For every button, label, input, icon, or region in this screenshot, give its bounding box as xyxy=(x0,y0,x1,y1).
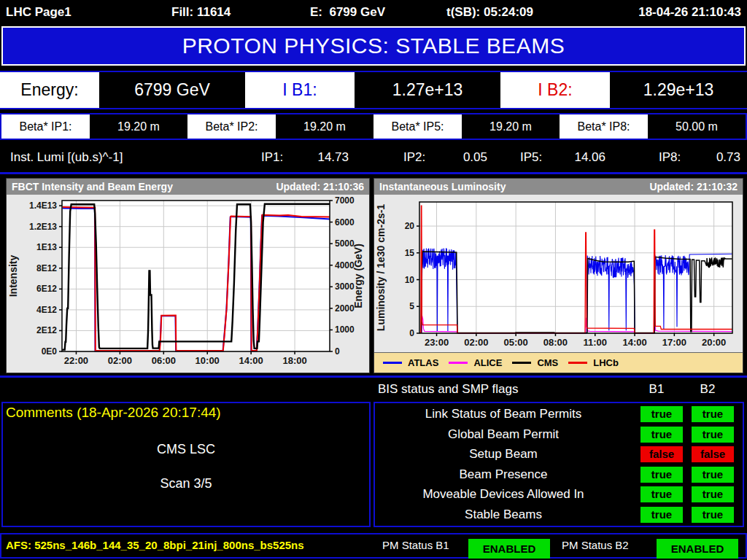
intensity-b1-value: 1.27e+13 xyxy=(355,72,500,108)
lumi-chart-header: Instantaneous Luminosity Updated: 21:10:… xyxy=(374,179,743,195)
energy-intensity-row: Energy: 6799 GeV I B1: 1.27e+13 I B2: 1.… xyxy=(0,71,747,109)
svg-text:2000: 2000 xyxy=(335,303,355,314)
fbct-chart-plot: 22:0002:0006:0010:0014:0018:000E02E124E1… xyxy=(7,195,369,371)
instantaneous-luminosity-chart: 23:0002:0005:0008:0011:0014:0017:0020:00… xyxy=(374,195,741,351)
legend-cms: CMS xyxy=(512,357,558,368)
bis-row-link-status: Link Status of Beam Permits true true xyxy=(375,405,743,423)
legend-atlas: ATLAS xyxy=(383,357,438,368)
comments-line-1: CMS LSC xyxy=(3,442,369,457)
lumi-chart-title: Instantaneous Luminosity xyxy=(379,181,506,192)
status-badge-b1: false xyxy=(640,446,683,462)
intensity-b2-label: I B2: xyxy=(500,72,610,108)
top-status-bar: LHC Page1 Fill: 11614 E: 6799 GeV t(SB):… xyxy=(0,0,747,25)
svg-text:14:00: 14:00 xyxy=(622,337,646,348)
fbct-chart-updated: Updated: 21:10:36 xyxy=(276,181,364,192)
beta-ip5-label: Beta* IP5: xyxy=(374,114,462,139)
lumi-ip1-value: 14.73 xyxy=(290,150,349,165)
fbct-chart-title: FBCT Intensity and Beam Energy xyxy=(12,181,173,192)
beta-ip8-label: Beta* IP8: xyxy=(560,114,648,139)
bis-row-label: Beam Presence xyxy=(375,467,632,482)
lumi-ip1-label: IP1: xyxy=(261,150,283,165)
page-mode-text: PROTON PHYSICS: STABLE BEAMS xyxy=(182,34,565,58)
fbct-intensity-energy-chart: 22:0002:0006:0010:0014:0018:000E02E124E1… xyxy=(7,195,368,371)
svg-text:11:00: 11:00 xyxy=(583,337,607,348)
status-badge-b1: true xyxy=(640,427,683,443)
svg-text:0: 0 xyxy=(335,346,340,357)
lumi-ip2-value: 0.05 xyxy=(429,150,487,165)
bis-row-moveable-devices: Moveable Devices Allowed In true true xyxy=(375,486,743,503)
fill-number: Fill: 11614 xyxy=(171,5,231,20)
comments-box: Comments (18-Apr-2026 20:17:44) CMS LSC … xyxy=(1,402,371,527)
svg-text:18:00: 18:00 xyxy=(282,355,306,366)
svg-text:20: 20 xyxy=(405,221,415,231)
status-badge-b2: false xyxy=(692,446,734,462)
status-badge-b2: true xyxy=(692,427,734,443)
pm-status-b2-label: PM Status B2 xyxy=(562,539,629,551)
fbct-chart-header: FBCT Intensity and Beam Energy Updated: … xyxy=(7,179,369,195)
svg-text:08:00: 08:00 xyxy=(543,337,568,348)
bis-row-label: Stable Beams xyxy=(375,508,632,522)
beta-ip5-value: 19.20 m xyxy=(462,114,560,139)
lumi-ip8-value: 0.73 xyxy=(682,150,740,165)
bis-title: BIS status and SMP flags xyxy=(378,382,518,397)
svg-text:02:00: 02:00 xyxy=(464,337,488,348)
bis-row-label: Link Status of Beam Permits xyxy=(375,407,632,421)
bis-row-global-permit: Global Beam Permit true true xyxy=(375,426,743,443)
intensity-b1-label: I B1: xyxy=(245,72,355,108)
status-badge-b2: true xyxy=(692,507,734,523)
lhcb-label: LHCb xyxy=(593,357,619,368)
pm-status-b1-label: PM Status B1 xyxy=(382,539,449,551)
svg-text:1.4E13: 1.4E13 xyxy=(29,201,57,211)
svg-text:Intensity: Intensity xyxy=(7,255,19,298)
bis-header: BIS status and SMP flags B1 B2 xyxy=(374,382,746,400)
footer-bar: AFS: 525ns_146b_144_35_20_8bpi_21inj_800… xyxy=(0,533,747,559)
lumi-ip5-label: IP5: xyxy=(520,150,542,165)
beta-ip2-label: Beta* IP2: xyxy=(187,114,276,139)
svg-text:6000: 6000 xyxy=(335,217,355,228)
alice-line-swatch xyxy=(449,362,468,364)
bis-row-stable-beams: Stable Beams true true xyxy=(375,506,743,524)
status-badge-b1: true xyxy=(640,467,683,483)
lumi-chart-legend: ATLAS ALICE CMS LHCb xyxy=(374,352,743,373)
datetime: 18-04-26 21:10:43 xyxy=(638,5,741,20)
beta-ip8-value: 50.00 m xyxy=(648,114,746,139)
page-mode-banner: PROTON PHYSICS: STABLE BEAMS xyxy=(1,26,746,66)
svg-text:15: 15 xyxy=(405,248,415,258)
beta-ip1-label: Beta* IP1: xyxy=(1,114,90,139)
status-badge-b2: true xyxy=(692,406,734,422)
beta-ip5: Beta* IP5: 19.20 m xyxy=(374,114,560,139)
svg-text:5000: 5000 xyxy=(335,238,355,249)
lumi-ip2-label: IP2: xyxy=(403,150,425,165)
comments-title: Comments (18-Apr-2026 20:17:44) xyxy=(6,405,221,421)
lumi-chart-updated: Updated: 21:10:32 xyxy=(649,181,738,192)
cms-line-swatch xyxy=(512,362,531,364)
svg-text:0: 0 xyxy=(409,328,414,338)
comments-line-2: Scan 3/5 xyxy=(3,476,369,491)
lumi-chart-plot: 23:0002:0005:0008:0011:0014:0017:0020:00… xyxy=(374,195,743,351)
svg-text:1.2E13: 1.2E13 xyxy=(29,222,57,232)
status-badge-b1: true xyxy=(640,507,683,523)
svg-text:06:00: 06:00 xyxy=(152,355,176,366)
beam-energy: E: 6799 GeV xyxy=(310,5,385,20)
beta-ip2: Beta* IP2: 19.20 m xyxy=(187,114,374,139)
lumi-ip5-value: 14.06 xyxy=(547,150,605,165)
lhcb-line-swatch xyxy=(568,362,587,364)
svg-text:10: 10 xyxy=(405,275,415,285)
svg-text:4E12: 4E12 xyxy=(36,305,57,315)
charts-section: FBCT Intensity and Beam Energy Updated: … xyxy=(0,176,747,378)
svg-text:02:00: 02:00 xyxy=(108,355,132,366)
status-badge-b1: true xyxy=(640,486,683,502)
status-badge-b2: true xyxy=(692,486,734,502)
legend-lhcb: LHCb xyxy=(568,357,619,368)
beta-ip8: Beta* IP8: 50.00 m xyxy=(560,114,746,139)
svg-text:14:00: 14:00 xyxy=(239,355,263,366)
bis-row-label: Moveable Devices Allowed In xyxy=(375,487,632,502)
lumi-ip8-label: IP8: xyxy=(659,150,681,165)
svg-text:6E12: 6E12 xyxy=(36,284,57,294)
legend-alice: ALICE xyxy=(449,357,502,368)
afs-filling-scheme: AFS: 525ns_146b_144_35_20_8bpi_21inj_800… xyxy=(6,539,304,551)
svg-text:Luminosity / 1e30 cm-2s-1: Luminosity / 1e30 cm-2s-1 xyxy=(375,204,387,332)
inst-lumi-row: Inst. Lumi [(ub.s)^-1] IP1: 14.73 IP2: 0… xyxy=(0,143,747,174)
atlas-line-swatch xyxy=(383,362,402,364)
energy-label: Energy: xyxy=(0,72,99,108)
